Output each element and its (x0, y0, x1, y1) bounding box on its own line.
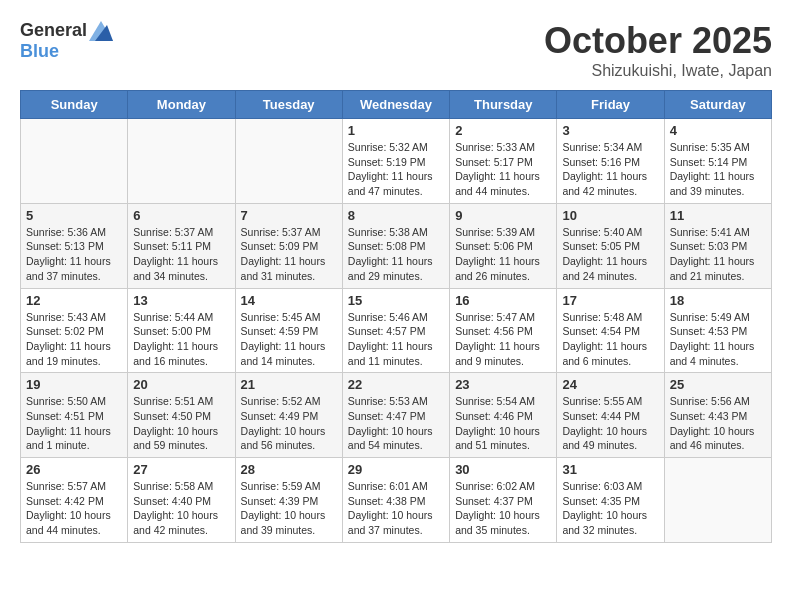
day-info: Sunrise: 5:33 AM Sunset: 5:17 PM Dayligh… (455, 140, 551, 199)
day-number: 7 (241, 208, 337, 223)
day-info: Sunrise: 5:38 AM Sunset: 5:08 PM Dayligh… (348, 225, 444, 284)
day-info: Sunrise: 5:39 AM Sunset: 5:06 PM Dayligh… (455, 225, 551, 284)
week-row-1: 1Sunrise: 5:32 AM Sunset: 5:19 PM Daylig… (21, 119, 772, 204)
calendar-cell: 15Sunrise: 5:46 AM Sunset: 4:57 PM Dayli… (342, 288, 449, 373)
day-info: Sunrise: 5:32 AM Sunset: 5:19 PM Dayligh… (348, 140, 444, 199)
day-info: Sunrise: 5:55 AM Sunset: 4:44 PM Dayligh… (562, 394, 658, 453)
weekday-header-thursday: Thursday (450, 91, 557, 119)
weekday-header-friday: Friday (557, 91, 664, 119)
day-number: 10 (562, 208, 658, 223)
calendar-cell: 16Sunrise: 5:47 AM Sunset: 4:56 PM Dayli… (450, 288, 557, 373)
day-number: 2 (455, 123, 551, 138)
day-info: Sunrise: 5:49 AM Sunset: 4:53 PM Dayligh… (670, 310, 766, 369)
calendar-cell (664, 458, 771, 543)
day-number: 9 (455, 208, 551, 223)
calendar-cell: 6Sunrise: 5:37 AM Sunset: 5:11 PM Daylig… (128, 203, 235, 288)
calendar-cell: 22Sunrise: 5:53 AM Sunset: 4:47 PM Dayli… (342, 373, 449, 458)
day-number: 22 (348, 377, 444, 392)
title-section: October 2025 Shizukuishi, Iwate, Japan (544, 20, 772, 80)
calendar-cell: 13Sunrise: 5:44 AM Sunset: 5:00 PM Dayli… (128, 288, 235, 373)
calendar-cell (128, 119, 235, 204)
calendar-cell: 26Sunrise: 5:57 AM Sunset: 4:42 PM Dayli… (21, 458, 128, 543)
calendar-cell: 30Sunrise: 6:02 AM Sunset: 4:37 PM Dayli… (450, 458, 557, 543)
day-number: 14 (241, 293, 337, 308)
header: General Blue October 2025 Shizukuishi, I… (20, 20, 772, 80)
week-row-3: 12Sunrise: 5:43 AM Sunset: 5:02 PM Dayli… (21, 288, 772, 373)
calendar-cell: 11Sunrise: 5:41 AM Sunset: 5:03 PM Dayli… (664, 203, 771, 288)
day-info: Sunrise: 5:34 AM Sunset: 5:16 PM Dayligh… (562, 140, 658, 199)
week-row-5: 26Sunrise: 5:57 AM Sunset: 4:42 PM Dayli… (21, 458, 772, 543)
day-info: Sunrise: 5:53 AM Sunset: 4:47 PM Dayligh… (348, 394, 444, 453)
week-row-2: 5Sunrise: 5:36 AM Sunset: 5:13 PM Daylig… (21, 203, 772, 288)
day-number: 17 (562, 293, 658, 308)
month-title: October 2025 (544, 20, 772, 62)
day-number: 29 (348, 462, 444, 477)
day-info: Sunrise: 5:50 AM Sunset: 4:51 PM Dayligh… (26, 394, 122, 453)
day-number: 19 (26, 377, 122, 392)
day-info: Sunrise: 5:43 AM Sunset: 5:02 PM Dayligh… (26, 310, 122, 369)
day-info: Sunrise: 5:41 AM Sunset: 5:03 PM Dayligh… (670, 225, 766, 284)
day-info: Sunrise: 5:51 AM Sunset: 4:50 PM Dayligh… (133, 394, 229, 453)
day-number: 30 (455, 462, 551, 477)
day-number: 8 (348, 208, 444, 223)
day-info: Sunrise: 5:46 AM Sunset: 4:57 PM Dayligh… (348, 310, 444, 369)
day-number: 3 (562, 123, 658, 138)
calendar-cell: 17Sunrise: 5:48 AM Sunset: 4:54 PM Dayli… (557, 288, 664, 373)
calendar-cell: 2Sunrise: 5:33 AM Sunset: 5:17 PM Daylig… (450, 119, 557, 204)
day-info: Sunrise: 6:01 AM Sunset: 4:38 PM Dayligh… (348, 479, 444, 538)
week-row-4: 19Sunrise: 5:50 AM Sunset: 4:51 PM Dayli… (21, 373, 772, 458)
weekday-header-sunday: Sunday (21, 91, 128, 119)
day-number: 6 (133, 208, 229, 223)
calendar-cell: 31Sunrise: 6:03 AM Sunset: 4:35 PM Dayli… (557, 458, 664, 543)
day-number: 24 (562, 377, 658, 392)
day-info: Sunrise: 5:37 AM Sunset: 5:11 PM Dayligh… (133, 225, 229, 284)
day-number: 27 (133, 462, 229, 477)
calendar-cell: 21Sunrise: 5:52 AM Sunset: 4:49 PM Dayli… (235, 373, 342, 458)
day-number: 13 (133, 293, 229, 308)
day-number: 12 (26, 293, 122, 308)
day-number: 20 (133, 377, 229, 392)
calendar-cell: 27Sunrise: 5:58 AM Sunset: 4:40 PM Dayli… (128, 458, 235, 543)
day-number: 11 (670, 208, 766, 223)
day-number: 31 (562, 462, 658, 477)
weekday-header-tuesday: Tuesday (235, 91, 342, 119)
day-number: 16 (455, 293, 551, 308)
day-number: 4 (670, 123, 766, 138)
calendar-cell: 10Sunrise: 5:40 AM Sunset: 5:05 PM Dayli… (557, 203, 664, 288)
day-info: Sunrise: 5:56 AM Sunset: 4:43 PM Dayligh… (670, 394, 766, 453)
weekday-header-wednesday: Wednesday (342, 91, 449, 119)
day-info: Sunrise: 5:45 AM Sunset: 4:59 PM Dayligh… (241, 310, 337, 369)
calendar-cell: 23Sunrise: 5:54 AM Sunset: 4:46 PM Dayli… (450, 373, 557, 458)
day-number: 23 (455, 377, 551, 392)
weekday-header-row: SundayMondayTuesdayWednesdayThursdayFrid… (21, 91, 772, 119)
calendar-cell: 9Sunrise: 5:39 AM Sunset: 5:06 PM Daylig… (450, 203, 557, 288)
day-info: Sunrise: 5:52 AM Sunset: 4:49 PM Dayligh… (241, 394, 337, 453)
day-info: Sunrise: 5:36 AM Sunset: 5:13 PM Dayligh… (26, 225, 122, 284)
day-info: Sunrise: 6:02 AM Sunset: 4:37 PM Dayligh… (455, 479, 551, 538)
day-info: Sunrise: 5:40 AM Sunset: 5:05 PM Dayligh… (562, 225, 658, 284)
calendar-cell: 20Sunrise: 5:51 AM Sunset: 4:50 PM Dayli… (128, 373, 235, 458)
day-number: 1 (348, 123, 444, 138)
day-number: 26 (26, 462, 122, 477)
logo-general: General (20, 20, 87, 41)
calendar: SundayMondayTuesdayWednesdayThursdayFrid… (20, 90, 772, 543)
calendar-cell: 3Sunrise: 5:34 AM Sunset: 5:16 PM Daylig… (557, 119, 664, 204)
calendar-cell: 8Sunrise: 5:38 AM Sunset: 5:08 PM Daylig… (342, 203, 449, 288)
calendar-cell: 14Sunrise: 5:45 AM Sunset: 4:59 PM Dayli… (235, 288, 342, 373)
logo-icon (89, 21, 113, 41)
logo: General Blue (20, 20, 113, 62)
day-number: 25 (670, 377, 766, 392)
day-number: 5 (26, 208, 122, 223)
calendar-cell: 4Sunrise: 5:35 AM Sunset: 5:14 PM Daylig… (664, 119, 771, 204)
calendar-cell: 5Sunrise: 5:36 AM Sunset: 5:13 PM Daylig… (21, 203, 128, 288)
day-info: Sunrise: 5:37 AM Sunset: 5:09 PM Dayligh… (241, 225, 337, 284)
calendar-cell (21, 119, 128, 204)
day-info: Sunrise: 5:47 AM Sunset: 4:56 PM Dayligh… (455, 310, 551, 369)
weekday-header-monday: Monday (128, 91, 235, 119)
day-info: Sunrise: 5:44 AM Sunset: 5:00 PM Dayligh… (133, 310, 229, 369)
day-number: 18 (670, 293, 766, 308)
day-number: 15 (348, 293, 444, 308)
day-info: Sunrise: 5:54 AM Sunset: 4:46 PM Dayligh… (455, 394, 551, 453)
logo-blue: Blue (20, 41, 59, 61)
day-info: Sunrise: 6:03 AM Sunset: 4:35 PM Dayligh… (562, 479, 658, 538)
